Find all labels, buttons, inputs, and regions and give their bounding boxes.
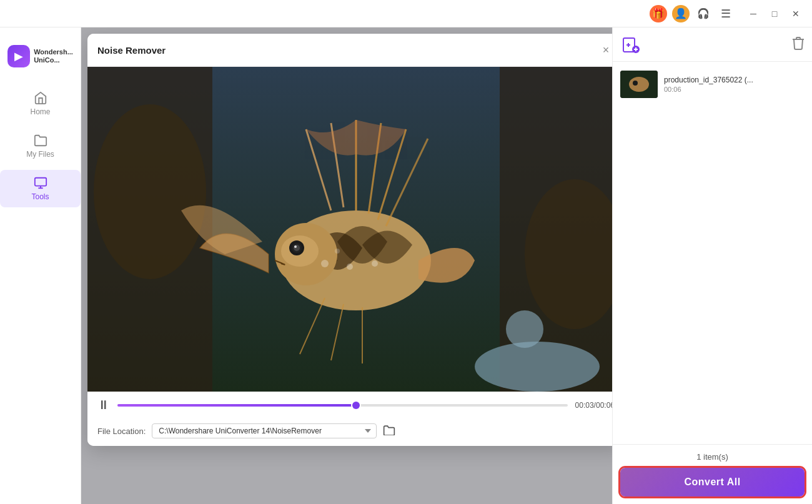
svg-point-7 [94,104,206,279]
sidebar-item-home[interactable]: Home [0,85,81,122]
convert-all-button[interactable]: Convert All [620,468,805,497]
main-content: ur files to tection lly detect tions and… [81,27,812,504]
home-icon [34,91,47,105]
sidebar-tools-label: Tools [31,192,49,201]
app-logo: ▶ Wondersh...UniCo... [1,40,79,72]
minimize-button[interactable]: ─ [745,5,762,22]
file-name: production_id_3765022 (... [664,76,805,84]
sidebar-item-tools[interactable]: Tools [0,170,81,207]
svg-point-30 [506,310,543,348]
file-thumbnail [620,71,658,98]
modal-title: Noise Remover [97,45,166,56]
open-folder-button[interactable] [383,424,395,438]
sidebar: ▶ Wondersh...UniCo... Home My Files Tool… [0,27,81,504]
file-thumb-preview [620,71,658,98]
myfiles-icon [34,134,47,147]
trash-icon [792,36,805,50]
time-display: 00:03/00:06 [575,401,615,410]
svg-point-8 [525,179,625,329]
panel-toolbar [613,27,812,62]
svg-rect-0 [34,178,46,186]
tools-icon [34,176,47,190]
file-location-select[interactable]: C:\Wondershare UniConverter 14\NoiseRemo… [152,423,377,438]
right-panel: production_id_3765022 (... 00:06 1 item(… [612,27,812,504]
items-count: 1 item(s) [696,452,728,462]
file-info: production_id_3765022 (... 00:06 [664,76,805,93]
close-button[interactable]: ✕ [787,5,805,22]
logo-text: Wondersh...UniCo... [34,48,73,64]
sidebar-home-label: Home [30,107,50,116]
sidebar-myfiles-label: My Files [26,150,54,159]
svg-point-28 [372,260,378,267]
progress-thumb [352,402,360,409]
modal-header: Noise Remover × [87,34,625,67]
titlebar: 🎁 👤 🎧 ☰ ─ □ ✕ [0,0,812,27]
user-icon[interactable]: 👤 [672,5,690,22]
file-item: production_id_3765022 (... 00:06 [618,67,807,102]
pause-button[interactable]: ⏸ [97,398,110,412]
logo-icon: ▶ [7,45,30,67]
app-container: ▶ Wondersh...UniCo... Home My Files Tool… [0,27,812,504]
svg-point-16 [294,245,297,248]
headphone-icon[interactable]: 🎧 [695,5,712,22]
menu-icon[interactable]: ☰ [717,5,735,22]
file-list: production_id_3765022 (... 00:06 [613,62,812,107]
gift-icon[interactable]: 🎁 [650,5,667,22]
video-preview [87,67,625,392]
noise-remover-modal: Noise Remover × [87,34,625,446]
file-location-label: File Location: [97,427,146,436]
svg-point-26 [321,260,329,267]
svg-point-39 [633,81,638,86]
svg-point-38 [629,77,649,92]
add-file-button[interactable] [620,34,641,55]
progress-bar[interactable] [117,404,568,407]
file-location-bar: File Location: C:\Wondershare UniConvert… [87,418,625,446]
folder-icon [383,424,395,435]
file-duration: 00:06 [664,86,805,93]
pause-icon: ⏸ [97,398,110,412]
delete-button[interactable] [792,36,805,53]
add-file-icon [622,36,640,53]
svg-point-15 [294,245,300,251]
progress-filled [117,404,356,407]
convert-area: 1 item(s) Convert All [613,444,812,504]
svg-point-9 [475,342,600,392]
modal-overlay: Noise Remover × [81,27,812,504]
video-container [87,67,625,392]
window-controls: ─ □ ✕ [745,5,805,22]
video-controls: ⏸ 00:03/00:06 [87,392,625,418]
svg-point-29 [335,249,340,254]
svg-point-27 [347,264,353,270]
sidebar-item-myfiles[interactable]: My Files [0,127,81,165]
maximize-button[interactable]: □ [766,5,783,22]
